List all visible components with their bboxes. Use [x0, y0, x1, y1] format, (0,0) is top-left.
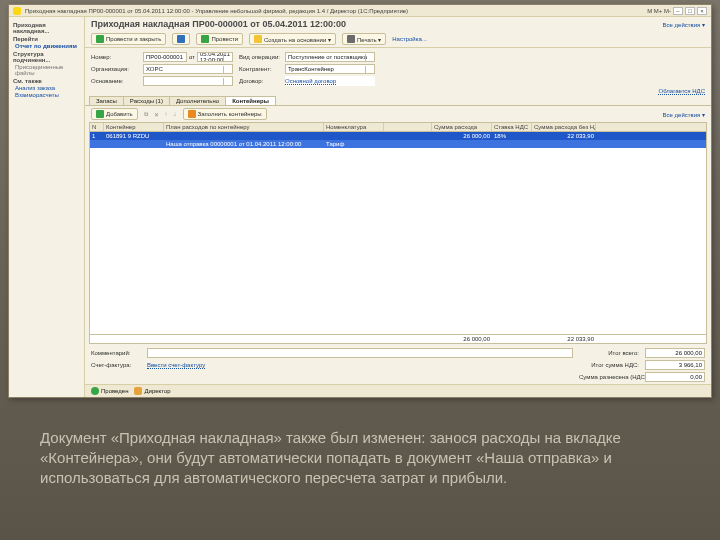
cell-vat: 18%: [492, 132, 532, 140]
totals-sum: 26 000,00: [432, 335, 492, 343]
post-icon: [201, 35, 209, 43]
col-vatrate[interactable]: Ставка НДС: [492, 123, 532, 131]
cell-nett: 22 033,90: [532, 132, 596, 140]
col-blank[interactable]: [384, 123, 432, 131]
lbl-org: Организация:: [91, 66, 137, 72]
post-label: Провести: [211, 36, 238, 42]
nav-link-attached-files[interactable]: Присоединенные файлы: [13, 64, 80, 76]
window-maximize-button[interactable]: □: [685, 7, 695, 15]
win-mplus-label[interactable]: M+: [654, 8, 663, 14]
date-field[interactable]: 05.04.2011 12:00:00: [197, 52, 233, 62]
total-vat-value: 3 966,10: [679, 362, 702, 368]
all-actions-dropdown[interactable]: Все действия ▾: [663, 21, 705, 28]
delete-row-button[interactable]: ✕: [154, 111, 159, 118]
slide-caption: Документ «Приходная накладная» также был…: [40, 428, 660, 488]
vat-link[interactable]: Облагается НДС: [658, 88, 705, 95]
lbl-comment: Комментарий:: [91, 350, 141, 356]
window-close-button[interactable]: ×: [697, 7, 707, 15]
nav-section-seealso: См. также: [13, 78, 80, 84]
contract-value: Основной договор: [285, 78, 336, 85]
grid-all-actions-dropdown[interactable]: Все действия ▾: [663, 111, 705, 118]
op-type-field[interactable]: Поступление от поставщика: [285, 52, 375, 62]
create-based-icon: [254, 35, 262, 43]
window-minimize-button[interactable]: –: [673, 7, 683, 15]
lbl-allocated: Сумма разнесена (НДС):: [579, 374, 639, 380]
grid-row-1-detail[interactable]: Наша отправка 00000001 от 01.04.2011 12:…: [90, 140, 706, 148]
contragent-value: ТрансКонтейнер: [288, 66, 334, 72]
create-based-button[interactable]: Создать на основании ▾: [249, 33, 336, 45]
status-posted: Проведен: [91, 387, 128, 395]
col-sumnett[interactable]: Сумма расхода без НДС: [532, 123, 596, 131]
nav-link-settlements[interactable]: Взаиморасчеты: [13, 92, 80, 98]
tab-strip: Запасы Расходы (1) Дополнительно Контейн…: [85, 96, 711, 106]
col-sum[interactable]: Сумма расхода: [432, 123, 492, 131]
footer-form: Комментарий: Итог всего: 26 000,00 Счет-…: [85, 344, 711, 384]
fill-label: Заполнить контейнеры: [198, 111, 262, 117]
add-row-button[interactable]: Добавить: [91, 108, 138, 120]
post-and-close-button[interactable]: Провести и закрыть: [91, 33, 166, 45]
nav-sidebar: Приходная накладная... Перейти Отчет по …: [9, 17, 85, 397]
val-allocated: 0,00: [645, 372, 705, 382]
org-field[interactable]: ХОРС: [143, 64, 233, 74]
nav-link-order-analysis[interactable]: Анализ заказа: [13, 85, 80, 91]
cell-detail-nomen: Тариф: [324, 140, 384, 148]
lbl-date-prefix: от: [189, 54, 195, 60]
allocated-value: 0,00: [690, 374, 702, 380]
tab-stock[interactable]: Запасы: [89, 96, 124, 105]
post-close-icon: [96, 35, 104, 43]
tab-expenses[interactable]: Расходы (1): [123, 96, 170, 105]
save-button[interactable]: [172, 33, 190, 45]
user-label: Директор: [144, 388, 170, 394]
col-plan[interactable]: План расходов по контейнеру: [164, 123, 324, 131]
document-title: Приходная накладная ПР00-000001 от 05.04…: [91, 19, 346, 29]
totals-nett: 22 033,90: [532, 335, 596, 343]
user-icon: [134, 387, 142, 395]
enter-sf-link[interactable]: Ввести счет-фактуру: [147, 362, 205, 369]
create-based-label: Создать на основании ▾: [264, 36, 331, 43]
cell-detail-plan: Наша отправка 00000001 от 01.04.2011 12:…: [164, 140, 324, 148]
grid-header-row: N Контейнер План расходов по контейнеру …: [90, 123, 706, 132]
col-container[interactable]: Контейнер: [104, 123, 164, 131]
move-down-button[interactable]: ↓: [174, 111, 177, 117]
print-button[interactable]: Печать ▾: [342, 33, 386, 45]
status-bar: Проведен Директор: [85, 384, 711, 397]
lbl-op-type: Вид операции:: [239, 54, 279, 60]
tab-extra[interactable]: Дополнительно: [169, 96, 226, 105]
col-nomen[interactable]: Номенклатура: [324, 123, 384, 131]
save-icon: [177, 35, 185, 43]
fill-containers-button[interactable]: Заполнить контейнеры: [183, 108, 267, 120]
window-titlebar: Приходная накладная ПР00-000001 от 05.04…: [9, 5, 711, 17]
win-mminus-label[interactable]: M-: [664, 8, 671, 14]
contract-field[interactable]: Основной договор: [285, 76, 375, 86]
app-logo-icon: [13, 7, 21, 15]
plus-icon: [96, 110, 104, 118]
comment-field[interactable]: [147, 348, 573, 358]
posted-label: Проведен: [101, 388, 128, 394]
post-close-label: Провести и закрыть: [106, 36, 161, 42]
copy-row-button[interactable]: ⧉: [144, 111, 148, 118]
win-m-label[interactable]: M: [647, 8, 652, 14]
print-label: Печать ▾: [357, 36, 381, 43]
grid-toolbar: Добавить ⧉ ✕ ↑ ↓ Заполнить контейнеры Вс…: [85, 106, 711, 122]
lbl-basis: Основание:: [91, 78, 137, 84]
settings-link[interactable]: Настройка...: [392, 36, 427, 42]
col-n[interactable]: N: [90, 123, 104, 131]
move-up-button[interactable]: ↑: [165, 111, 168, 117]
nav-link-movements-report[interactable]: Отчет по движениям: [13, 43, 80, 49]
post-button[interactable]: Провести: [196, 33, 243, 45]
contragent-field[interactable]: ТрансКонтейнер: [285, 64, 375, 74]
grid-body: 1 061891 9 RZDU 26 000,00 18% 22 033,90 …: [90, 132, 706, 233]
fill-icon: [188, 110, 196, 118]
window-title: Приходная накладная ПР00-000001 от 05.04…: [25, 8, 408, 14]
tab-containers[interactable]: Контейнеры: [225, 96, 276, 105]
grid-row-1[interactable]: 1 061891 9 RZDU 26 000,00 18% 22 033,90: [90, 132, 706, 140]
number-field[interactable]: ПР00-000001: [143, 52, 187, 62]
app-window: Приходная накладная ПР00-000001 от 05.04…: [8, 4, 712, 398]
cell-nomen: [324, 132, 384, 140]
basis-field[interactable]: [143, 76, 233, 86]
op-type-value: Поступление от поставщика: [288, 54, 367, 60]
nav-section-structure: Структура подчиненн...: [13, 51, 80, 63]
status-user: Директор: [134, 387, 170, 395]
date-value: 05.04.2011 12:00:00: [200, 52, 230, 62]
total-value: 26 000,00: [675, 350, 702, 356]
